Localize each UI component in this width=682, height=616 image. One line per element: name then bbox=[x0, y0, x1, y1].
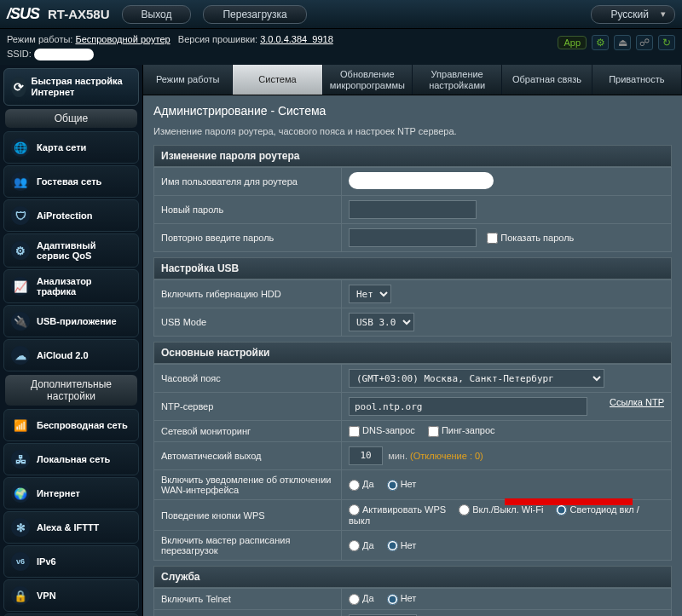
gear-icon[interactable]: ⚙ bbox=[592, 35, 609, 50]
input-ntp[interactable] bbox=[349, 397, 587, 416]
block-basic: Основные настройки Часовой пояс (GMT+03:… bbox=[153, 342, 672, 561]
opt-no3: Нет bbox=[401, 593, 417, 603]
sidebar-item-wan[interactable]: 🌍Интернет bbox=[3, 477, 139, 509]
sidebar-item-qos[interactable]: ⚙Адаптивный сервис QoS bbox=[3, 233, 139, 268]
brand-logo: /SUS bbox=[7, 5, 48, 23]
lbl-sched: Включить мастер расписания перезагрузок bbox=[154, 531, 342, 561]
block-service-head: Служба bbox=[153, 566, 672, 588]
chk-showpass[interactable] bbox=[487, 233, 498, 244]
lbl-telnet: Включить Telnet bbox=[154, 589, 342, 610]
opt-yes3: Да bbox=[362, 593, 374, 603]
lbl-hib: Включить гибернацию HDD bbox=[154, 280, 342, 308]
opt-wps-0: Активировать WPS bbox=[362, 504, 446, 515]
sidebar-item-aicloud[interactable]: ☁AiCloud 2.0 bbox=[3, 339, 139, 371]
globe-icon: 🌐 bbox=[11, 138, 30, 157]
lbl-newpass: Новый пароль bbox=[154, 196, 342, 224]
lbl-ntp: NTP-сервер bbox=[154, 393, 342, 421]
sidebar-item-alexa[interactable]: ✻Alexa & IFTTT bbox=[3, 511, 139, 544]
sidebar-item-vpn[interactable]: 🔒VPN bbox=[3, 579, 139, 612]
cloud-icon: ☁ bbox=[11, 346, 30, 365]
sidebar-item-label: IPv6 bbox=[37, 556, 56, 567]
radio-wan-yes[interactable] bbox=[349, 480, 360, 491]
wifi-icon: 📶 bbox=[11, 416, 30, 435]
chk-dns[interactable] bbox=[349, 426, 360, 437]
block-service: Служба Включить Telnet Да Нет Включить S… bbox=[153, 566, 672, 616]
shield-icon: 🛡 bbox=[11, 206, 30, 225]
sidebar-item-ipv6[interactable]: v6IPv6 bbox=[3, 545, 139, 578]
info-ribbon: Режим работы: Беспроводной роутер Версия… bbox=[0, 29, 682, 65]
logout-button[interactable]: Выход bbox=[122, 5, 192, 24]
input-reppass[interactable] bbox=[349, 228, 477, 247]
radio-wan-no[interactable] bbox=[387, 480, 398, 491]
sidebar-item-usb[interactable]: 🔌USB-приложение bbox=[3, 305, 139, 337]
sidebar: ⟳ Быстрая настройка Интернет Общие 🌐Карт… bbox=[0, 65, 143, 616]
sidebar-item-label: VPN bbox=[37, 590, 56, 601]
tab-privacy[interactable]: Приватность bbox=[592, 65, 682, 95]
sidebar-item-label: AiProtection bbox=[37, 210, 92, 221]
op-mode-label: Режим работы: bbox=[7, 34, 72, 44]
ssid-label: SSID: bbox=[7, 49, 32, 59]
app-badge[interactable]: App bbox=[558, 36, 587, 49]
username-value-redacted bbox=[349, 172, 494, 189]
radio-wps-0[interactable] bbox=[349, 504, 360, 515]
link-ntp[interactable]: Ссылка NTP bbox=[610, 397, 664, 407]
notify-icon[interactable]: ↻ bbox=[658, 35, 675, 50]
opt-no: Нет bbox=[401, 479, 417, 489]
op-mode-link[interactable]: Беспроводной роутер bbox=[75, 34, 170, 44]
sidebar-item-guest[interactable]: 👥Гостевая сеть bbox=[3, 165, 139, 198]
wired-icon[interactable]: ☍ bbox=[636, 35, 653, 50]
language-select[interactable]: Русский bbox=[591, 5, 675, 24]
lbl-dns: DNS-запрос bbox=[362, 425, 415, 435]
usb-icon[interactable]: ⏏ bbox=[614, 35, 631, 50]
quick-setup-icon: ⟳ bbox=[11, 77, 26, 97]
lbl-wan-notice: Включить уведомление об отключении WAN-и… bbox=[154, 469, 342, 499]
tab-config[interactable]: Управление настройками bbox=[413, 65, 502, 95]
lbl-reppass: Повторно введите пароль bbox=[154, 224, 342, 252]
radio-sched-no[interactable] bbox=[387, 540, 398, 551]
sidebar-item-aiprotection[interactable]: 🛡AiProtection bbox=[3, 199, 139, 232]
annotation-highlight bbox=[505, 498, 633, 505]
ssid-value-redacted bbox=[34, 49, 94, 60]
lock-icon: 🔒 bbox=[11, 586, 30, 605]
analytics-icon: 📈 bbox=[11, 277, 30, 296]
autologout-unit: мин. bbox=[388, 450, 407, 460]
sidebar-item-lan[interactable]: 🖧Локальная сеть bbox=[3, 443, 139, 475]
block-usb: Настройка USB Включить гибернацию HDD Не… bbox=[153, 257, 672, 337]
sidebar-item-label: Alexa & IFTTT bbox=[37, 522, 99, 533]
sidebar-item-traffic[interactable]: 📈Анализатор трафика bbox=[3, 269, 139, 303]
sidebar-item-label: USB-приложение bbox=[37, 316, 117, 326]
tab-system[interactable]: Система bbox=[233, 65, 322, 95]
usb-icon2: 🔌 bbox=[11, 312, 30, 331]
radio-telnet-no[interactable] bbox=[387, 594, 398, 605]
radio-sched-yes[interactable] bbox=[349, 540, 360, 551]
sel-tz[interactable]: (GMT+03:00) Москва, Санкт-Петербург bbox=[349, 369, 604, 388]
radio-telnet-yes[interactable] bbox=[349, 594, 360, 605]
opt-no2: Нет bbox=[401, 540, 417, 550]
reboot-button[interactable]: Перезагрузка bbox=[203, 5, 306, 24]
sidebar-item-label: Гостевая сеть bbox=[37, 176, 101, 187]
input-newpass[interactable] bbox=[349, 200, 477, 219]
chk-ping[interactable] bbox=[428, 426, 439, 437]
opt-wps-1: Вкл./Выкл. Wi-Fi bbox=[472, 504, 543, 515]
lbl-ssh: Включить SSH bbox=[154, 610, 342, 616]
tab-opmode[interactable]: Режим работы bbox=[143, 65, 233, 95]
sidebar-item-label: Интернет bbox=[37, 488, 80, 498]
lan-icon: 🖧 bbox=[11, 450, 30, 469]
input-autologout[interactable] bbox=[349, 446, 383, 465]
fw-label: Версия прошивки: bbox=[178, 34, 257, 44]
sel-usbmode[interactable]: USB 3.0 bbox=[349, 313, 414, 331]
sidebar-item-network-map[interactable]: 🌐Карта сети bbox=[3, 131, 139, 164]
quick-setup[interactable]: ⟳ Быстрая настройка Интернет bbox=[3, 68, 139, 106]
tab-firmware[interactable]: Обновление микропрограммы bbox=[323, 65, 413, 95]
sel-hib[interactable]: Нет bbox=[349, 285, 391, 303]
radio-wps-1[interactable] bbox=[459, 504, 470, 515]
sidebar-item-label: Анализатор трафика bbox=[37, 276, 131, 296]
model-name: RT-AX58U bbox=[48, 7, 110, 21]
fw-link[interactable]: 3.0.0.4.384_9918 bbox=[260, 34, 333, 44]
tabstrip: Режим работы Система Обновление микропро… bbox=[143, 65, 682, 95]
settings-panel: Администрирование - Система Изменение па… bbox=[143, 95, 682, 616]
sidebar-item-wireless[interactable]: 📶Беспроводная сеть bbox=[3, 409, 139, 441]
radio-wps-2[interactable] bbox=[556, 504, 567, 515]
autologout-hint: (Отключение : 0) bbox=[410, 450, 483, 460]
tab-feedback[interactable]: Обратная связь bbox=[502, 65, 592, 95]
